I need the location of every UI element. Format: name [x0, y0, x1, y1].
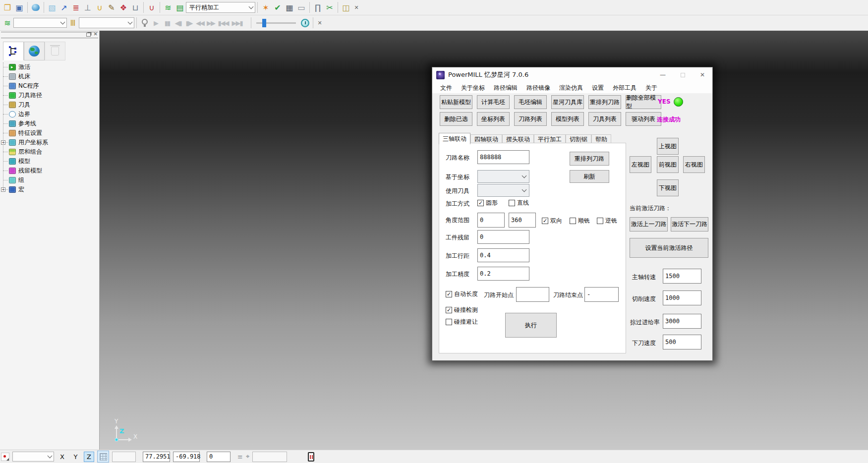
mode-line-checkbox[interactable]: 直线	[509, 199, 529, 207]
pause-device-icon[interactable]	[308, 452, 314, 462]
drive-list-button[interactable]: 驱动列表	[626, 112, 661, 126]
menu-path-mirror[interactable]: 路径镜像	[526, 84, 550, 92]
menu-coords[interactable]: 关于坐标	[461, 84, 485, 92]
grid-toggle[interactable]	[97, 451, 109, 463]
axis-target-icon[interactable]: ⌖	[246, 453, 249, 461]
tree-item-boundaries[interactable]: 边界	[2, 110, 97, 119]
search-forward-icon[interactable]: ▶▶	[205, 19, 216, 27]
toolpath-list-button[interactable]: 刀路列表	[514, 112, 547, 126]
goto-start-icon[interactable]: ▮◀◀	[216, 19, 230, 27]
toolpath-select-dropdown[interactable]	[13, 18, 67, 28]
tool-select-dropdown[interactable]	[79, 17, 134, 28]
menu-path-edit[interactable]: 路径编辑	[494, 84, 518, 92]
menu-ext-tools[interactable]: 外部工具	[613, 84, 637, 92]
cutting-speed-input[interactable]	[663, 290, 701, 305]
climb-checkbox[interactable]: 顺铣	[570, 217, 590, 225]
pause-icon[interactable]: ▮▮	[162, 19, 173, 27]
coord-dropdown[interactable]	[477, 170, 529, 183]
collision-check-icon[interactable]: ∪	[94, 1, 106, 13]
tree-item-feature-sets[interactable]: 特征设置	[2, 128, 97, 138]
toolpath-spiral-icon[interactable]: ≋	[1, 17, 13, 29]
search-back-icon[interactable]: ◀◀	[194, 19, 205, 27]
strategy-list-icon[interactable]: ▤	[174, 1, 186, 13]
bidirectional-checkbox[interactable]: ✓ 双向	[542, 217, 562, 225]
coord-y-field[interactable]: -69.918	[173, 452, 200, 462]
step-back-icon[interactable]: ◀▮	[173, 19, 183, 27]
skim-feed-input[interactable]	[663, 314, 701, 329]
refresh-button[interactable]: 刷新	[570, 170, 609, 183]
set-active-path-button[interactable]: 设置当前激活路径	[630, 238, 708, 258]
calculator-icon[interactable]: ▦	[284, 1, 295, 13]
clock-icon[interactable]	[299, 17, 311, 29]
stock-input[interactable]	[477, 230, 529, 244]
step-forward-icon[interactable]: ▮▶	[183, 19, 194, 27]
activate-prev-button[interactable]: 激活上一刀路	[630, 217, 668, 232]
explorer-tab-globe[interactable]	[24, 42, 45, 60]
toolpath-spiral-icon[interactable]: ≋	[162, 1, 174, 13]
view-top-button[interactable]: 上视图	[657, 138, 679, 155]
collision-avoid-checkbox[interactable]: 碰撞避让	[446, 318, 478, 326]
mode-circle-checkbox[interactable]: ✓ 圆形	[477, 199, 498, 207]
menu-render-sim[interactable]: 渲染仿真	[559, 84, 583, 92]
x-axis-toggle[interactable]: X	[57, 452, 67, 462]
block-icon[interactable]: ▧	[46, 1, 58, 13]
toolpath-connections-icon[interactable]: ↗	[58, 1, 70, 13]
speed-slider-handle[interactable]	[262, 19, 266, 27]
speed-slider[interactable]	[256, 22, 296, 24]
tree-item-activate[interactable]: ▸ 激活	[2, 62, 97, 72]
clipping-scissors-icon[interactable]: ✂	[324, 1, 336, 13]
goto-end-icon[interactable]: ▶▶▮	[230, 19, 244, 27]
tree-item-patterns[interactable]: 参考线	[2, 119, 97, 128]
tree-item-tools[interactable]: 刀具	[2, 100, 97, 110]
tree-item-toolpaths[interactable]: 刀具路径	[2, 91, 97, 100]
coord-list-button[interactable]: 坐标列表	[477, 112, 510, 126]
coord-z-field[interactable]: 0	[207, 452, 231, 462]
tool-dropdown[interactable]	[477, 184, 529, 197]
delete-all-models-button[interactable]: 删除全部模型	[626, 95, 661, 109]
edit-block-button[interactable]: 毛坯编辑	[514, 95, 547, 109]
grid-size-field[interactable]	[112, 452, 136, 462]
save-project-icon[interactable]: ▣	[13, 1, 25, 13]
view-right-button[interactable]: 右视图	[683, 156, 705, 173]
plunge-speed-input[interactable]	[663, 335, 701, 349]
activate-next-button[interactable]: 激活下一刀路	[671, 217, 708, 232]
statusbar-dropdown[interactable]	[12, 452, 54, 462]
tolerance-input[interactable]	[477, 267, 529, 281]
menu-settings[interactable]: 设置	[592, 84, 604, 92]
maximize-button[interactable]	[673, 67, 693, 82]
explorer-tab-tree[interactable]	[3, 42, 24, 60]
rearrange-toolpaths-button[interactable]: 重排列刀路	[588, 95, 621, 109]
delete-selected-button[interactable]: 删除已选	[440, 112, 472, 126]
tool-holder-icon[interactable]: ∏	[312, 1, 324, 13]
calc-block-button[interactable]: 计算毛坯	[477, 95, 510, 109]
verify-check-icon[interactable]: ✔	[272, 1, 284, 13]
tool-list-button[interactable]: 刀具列表	[588, 112, 621, 126]
dialog-titlebar[interactable]: PowerMILL 忆梦星河 7.0.6 — ✕	[432, 67, 712, 82]
model-list-button[interactable]: 模型列表	[551, 112, 584, 126]
tree-item-levels[interactable]: 层和组合	[2, 147, 97, 157]
tree-item-machine[interactable]: 机床	[2, 72, 97, 81]
end-point-input[interactable]	[584, 287, 619, 302]
auto-length-checkbox[interactable]: ✓ 自动长度	[446, 290, 478, 298]
toolbar-close-icon[interactable]: ✕	[352, 3, 361, 12]
expand-icon[interactable]: +	[1, 187, 5, 192]
open-project-icon[interactable]: ❐	[1, 1, 13, 13]
lightbulb-icon[interactable]	[139, 17, 151, 29]
tree-item-nc-programs[interactable]: NC程序	[2, 81, 97, 91]
tree-item-workplanes[interactable]: + 用户坐标系	[2, 138, 97, 147]
z-axis-toggle[interactable]: Z	[84, 452, 94, 462]
toolpath-name-input[interactable]	[477, 150, 529, 164]
spindle-speed-input[interactable]	[663, 269, 701, 284]
coord-x-field[interactable]: 77.2951	[143, 452, 170, 462]
explorer-tab-trash[interactable]	[45, 42, 65, 60]
stepover-input[interactable]	[477, 248, 529, 262]
start-point-input[interactable]	[516, 287, 549, 302]
toolbar-close-icon[interactable]: ✕	[315, 18, 324, 27]
pattern-points-icon[interactable]: ❖	[117, 1, 129, 13]
play-icon[interactable]: ▶	[151, 19, 162, 27]
minimize-button[interactable]: —	[653, 67, 673, 82]
cylinders-compare-icon[interactable]: ◫	[340, 1, 352, 13]
tree-item-macros[interactable]: + 宏	[2, 185, 97, 194]
teapot-icon[interactable]	[30, 1, 42, 13]
collision-check-checkbox[interactable]: ✓ 碰撞检测	[446, 306, 478, 314]
